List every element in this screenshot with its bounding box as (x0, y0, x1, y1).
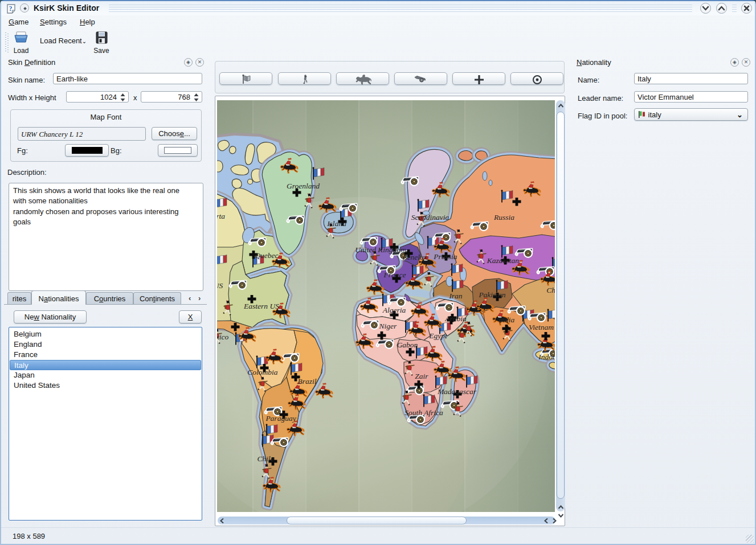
svg-text:?: ? (9, 5, 13, 13)
svg-text:India: India (498, 315, 515, 324)
svg-text:Pakistan: Pakistan (478, 290, 505, 299)
svg-text:South Africa: South Africa (404, 408, 443, 417)
svg-text:Scandinavia: Scandinavia (411, 213, 449, 222)
svg-text:United Kingdom: United Kingdom (355, 245, 406, 254)
svg-text:Brazil: Brazil (297, 377, 316, 386)
svg-text:Benelux: Benelux (402, 253, 427, 261)
svg-text:France: France (383, 271, 406, 279)
svg-text:Island: Island (326, 219, 346, 228)
svg-text:Paraguay: Paraguay (265, 414, 296, 423)
svg-text:Zair: Zair (415, 372, 428, 380)
svg-text:Vietnam: Vietnam (529, 323, 554, 331)
svg-text:Gabon: Gabon (397, 341, 418, 349)
svg-text:Prussia: Prussia (433, 252, 457, 261)
svg-text:Arabia: Arabia (444, 314, 467, 323)
svg-text:rta: rta (217, 212, 225, 220)
svg-text:Madagascar: Madagascar (437, 387, 477, 396)
svg-text:Egypt: Egypt (428, 331, 448, 340)
svg-text:Quebec: Quebec (255, 251, 278, 260)
svg-text:Colombia: Colombia (247, 368, 278, 376)
svg-text:Algeria: Algeria (382, 306, 406, 314)
svg-text:Niger: Niger (379, 322, 397, 330)
svg-text:US: US (217, 281, 223, 290)
svg-text:Iran: Iran (448, 292, 462, 300)
svg-text:Chile: Chile (257, 454, 273, 463)
svg-text:exico: exico (217, 333, 228, 341)
svg-text:Russia: Russia (493, 213, 514, 222)
svg-text:Indon: Indon (538, 353, 555, 361)
svg-text:Groenland: Groenland (287, 182, 320, 190)
svg-text:Chi: Chi (546, 286, 555, 294)
svg-text:Eastern US: Eastern US (243, 302, 279, 310)
svg-text:Kazakstan: Kazakstan (487, 256, 520, 265)
